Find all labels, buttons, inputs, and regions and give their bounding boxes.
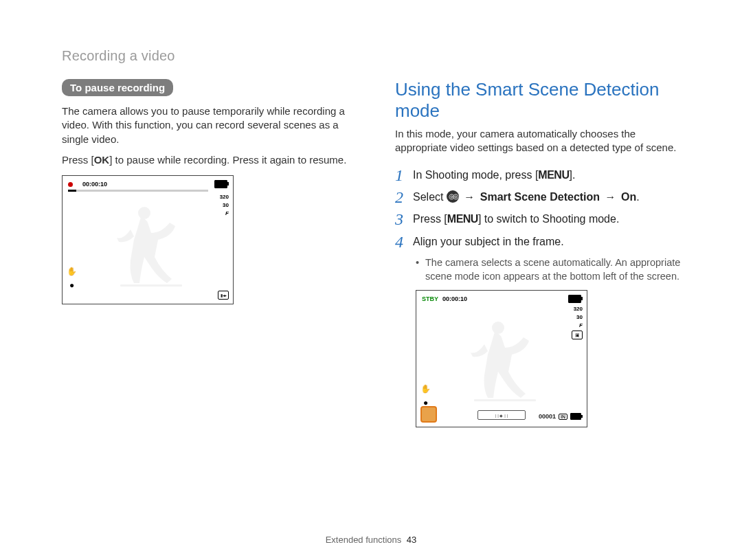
battery-icon [570,413,581,420]
press-suffix: ] to pause while recording. Press it aga… [109,154,346,166]
svg-rect-1 [120,284,182,287]
ok-button-label: OK [94,154,110,166]
step3-prefix: Press [ [413,213,447,225]
arrow-1: → [459,191,480,203]
timecode-label: 00:00:10 [82,181,107,188]
step-1: 1 In Shooting mode, press [MENU]. [395,166,687,184]
on-label: On [621,191,636,203]
svg-point-0 [138,207,150,219]
press-prefix: Press [ [62,154,94,166]
step4-text: Align your subject in the frame. [413,233,564,249]
section-title: Using the Smart Scene Detection mode [395,79,687,122]
step-number: 2 [395,188,413,206]
mode-box-icon: ▣ [572,331,583,339]
step-2: 2 Select → Smart Scene Detection → On. [395,188,687,206]
menu-button-label: MENU [447,213,478,225]
pause-control-icon: ▮◂▸ [218,291,229,300]
step2-suffix: . [636,191,639,203]
fps-unit-indicator: F [225,210,229,216]
pause-press-instruction: Press [OK] to pause while recording. Pre… [62,153,354,167]
storage-in-label: IN [559,414,567,420]
steps-list: 1 In Shooting mode, press [MENU]. 2 Sele… [395,166,687,284]
step-number: 1 [395,166,413,184]
zoom-slider: | | ◆ | | [477,410,526,420]
stabilizer-icon: ✋ [67,266,77,276]
record-progress-bar [68,190,208,192]
smart-scene-label: Smart Scene Detection [480,191,600,203]
left-column: To pause recording The camera allows you… [62,79,354,427]
svg-rect-3 [474,399,536,401]
lcd-preview-recording: 00:00:10 320 30 F ✋ ● [62,175,234,304]
side-indicators: 320 30 F ▣ [572,306,583,339]
resolution-indicator: 320 [220,194,229,200]
bullet-icon: • [416,256,425,283]
step1-suffix: ]. [569,169,575,181]
record-dot-icon [68,182,73,187]
fps-indicator: 30 [223,202,229,208]
fps-unit-indicator: F [579,322,583,328]
menu-button-label: MENU [538,169,569,181]
step-number: 4 [395,233,413,251]
side-indicators: 320 30 F [220,194,229,216]
right-column: Using the Smart Scene Detection mode In … [395,79,687,427]
stby-label: STBY [422,295,438,302]
skater-silhouette [460,317,543,406]
substep-bullet: • The camera selects a scene automatical… [416,256,687,283]
step1-prefix: In Shooting mode, press [ [413,169,538,181]
battery-icon [568,295,581,303]
shot-counter: 00001 [539,413,556,420]
skater-silhouette [106,202,189,291]
resolution-indicator: 320 [574,306,583,312]
substep-text: The camera selects a scene automatically… [425,256,687,283]
page-footer: Extended functions 43 [0,535,742,545]
fps-indicator: 30 [576,314,583,320]
footer-section-label: Extended functions [326,535,402,545]
breadcrumb-header: Recording a video [62,48,687,64]
battery-icon [214,180,227,188]
bottom-info-bar: 00001 IN [539,413,581,420]
step-number: 3 [395,210,413,228]
step3-suffix: ] to switch to Shooting mode. [478,213,619,225]
svg-point-2 [492,322,504,334]
page-number: 43 [407,535,416,545]
lcd-preview-standby: STBY 00:00:10 320 30 F ▣ ✋ ● [416,290,587,427]
step2-prefix: Select [413,191,447,203]
step-3: 3 Press [MENU] to switch to Shooting mod… [395,210,687,228]
timecode-label: 00:00:10 [442,295,467,302]
step-4: 4 Align your subject in the frame. [395,233,687,251]
pause-recording-pill: To pause recording [62,79,173,96]
stabilizer-icon: ✋ [420,383,431,394]
section-intro: In this mode, your camera automatically … [395,127,687,155]
scene-mode-icon [420,406,437,423]
arrow-2: → [600,191,621,203]
pause-intro-text: The camera allows you to pause temporari… [62,104,354,146]
video-mode-icon [447,190,459,203]
microphone-icon: ● [67,280,77,290]
